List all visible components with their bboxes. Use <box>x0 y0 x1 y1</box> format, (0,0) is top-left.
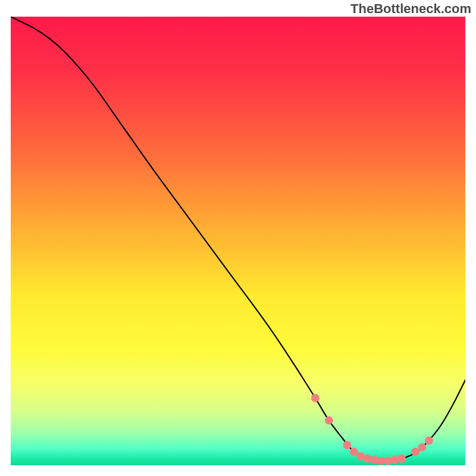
data-dot <box>397 455 406 463</box>
data-dot <box>325 416 333 425</box>
data-dot <box>343 441 351 449</box>
data-dot <box>311 394 320 402</box>
data-dot <box>350 447 358 456</box>
plot-area <box>11 17 465 465</box>
data-dot <box>425 437 433 445</box>
watermark-text: TheBottleneck.com <box>350 1 471 17</box>
chart-container: TheBottleneck.com <box>0 0 476 476</box>
data-dot <box>418 443 426 452</box>
gradient-background <box>11 17 465 465</box>
chart-svg <box>11 17 465 465</box>
data-dot <box>411 447 419 456</box>
